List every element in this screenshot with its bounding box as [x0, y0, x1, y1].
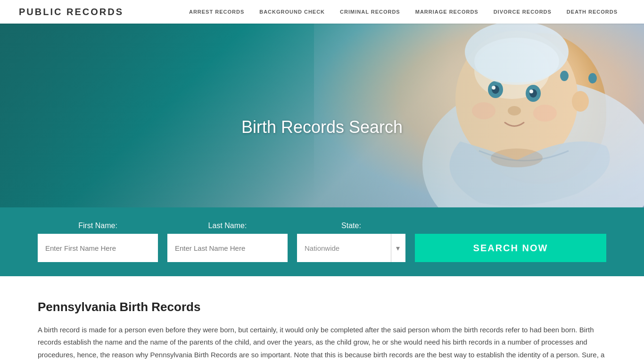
nav-death-records[interactable]: DEATH RECORDS	[559, 9, 625, 15]
state-label: State:	[297, 222, 405, 230]
state-field: State: NationwideAlabamaAlaskaArizonaArk…	[297, 222, 405, 262]
navbar: PUBLIC RECORDS ARREST RECORDS BACKGROUND…	[0, 0, 644, 24]
search-bar: First Name: Last Name: State: Nationwide…	[0, 207, 644, 276]
site-brand[interactable]: PUBLIC RECORDS	[19, 7, 124, 17]
nav-links: ARREST RECORDS BACKGROUND CHECK CRIMINAL…	[182, 9, 625, 15]
hero-overlay	[0, 24, 644, 207]
state-select[interactable]: NationwideAlabamaAlaskaArizonaArkansasCa…	[297, 234, 405, 262]
first-name-field: First Name:	[38, 222, 158, 262]
nav-background-check[interactable]: BACKGROUND CHECK	[252, 9, 332, 15]
first-name-input[interactable]	[38, 234, 158, 262]
article-section: Pennsylvania Birth Records A birth recor…	[0, 276, 644, 362]
nav-arrest-records[interactable]: ARREST RECORDS	[182, 9, 252, 15]
article-heading: Pennsylvania Birth Records	[38, 300, 606, 314]
nav-divorce-records[interactable]: DIVORCE RECORDS	[486, 9, 559, 15]
last-name-input[interactable]	[167, 234, 288, 262]
nav-marriage-records[interactable]: MARRIAGE RECORDS	[408, 9, 486, 15]
search-button[interactable]: SEARCH NOW	[415, 234, 606, 262]
last-name-field: Last Name:	[167, 222, 288, 262]
nav-criminal-records[interactable]: CRIMINAL RECORDS	[332, 9, 408, 15]
last-name-label: Last Name:	[167, 222, 288, 230]
article-body: A birth record is made for a person even…	[38, 324, 606, 362]
state-select-wrapper: NationwideAlabamaAlaskaArizonaArkansasCa…	[297, 234, 405, 262]
hero-title: Birth Records Search	[241, 117, 403, 137]
first-name-label: First Name:	[38, 222, 158, 230]
hero-section: Birth Records Search	[0, 24, 644, 207]
